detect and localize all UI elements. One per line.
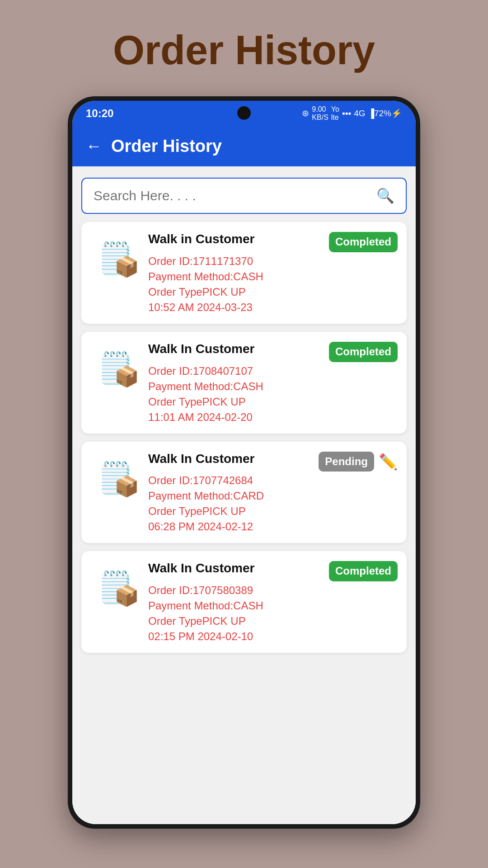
customer-name-3: Walk In Customer xyxy=(148,561,254,576)
order-datetime-2: 06:28 PM 2024-02-12 xyxy=(148,520,398,533)
order-id-3: Order ID:1707580389 xyxy=(148,584,398,597)
page-title: Order History xyxy=(113,27,375,74)
status-time: 10:20 xyxy=(86,107,113,120)
order-type-0: Order TypePICK UP xyxy=(148,286,398,298)
order-details-1: Walk In Customer Completed Order ID:1708… xyxy=(148,342,398,424)
battery-icon: ▐72%⚡ xyxy=(368,108,403,118)
app-header: ← Order History xyxy=(72,126,416,166)
payment-method-0: Payment Method:CASH xyxy=(148,270,398,283)
search-bar[interactable]: 🔍 xyxy=(81,178,407,214)
customer-name-0: Walk in Customer xyxy=(148,232,254,246)
search-input[interactable] xyxy=(94,188,370,203)
order-type-1: Order TypePICK UP xyxy=(148,396,398,408)
order-details-0: Walk in Customer Completed Order ID:1711… xyxy=(148,232,398,314)
status-badge-1: Completed xyxy=(329,342,398,362)
network-4g: 4G xyxy=(354,108,365,118)
payment-method-3: Payment Method:CASH xyxy=(148,599,398,612)
camera-notch xyxy=(237,106,251,120)
order-card-2[interactable]: 🗒️ 📦 Walk In Customer Pending ✏️ Order I… xyxy=(81,442,407,543)
header-title: Order History xyxy=(111,137,222,156)
order-icon-2: 🗒️ 📦 xyxy=(90,452,140,501)
order-id-2: Order ID:1707742684 xyxy=(148,474,398,487)
customer-name-1: Walk In Customer xyxy=(148,342,254,356)
bluetooth-icon: ⊛ xyxy=(302,108,309,118)
order-details-2: Walk In Customer Pending ✏️ Order ID:170… xyxy=(148,452,398,533)
order-type-2: Order TypePICK UP xyxy=(148,505,398,518)
order-card-1[interactable]: 🗒️ 📦 Walk In Customer Completed Order ID… xyxy=(81,332,407,434)
order-icon-3: 🗒️ 📦 xyxy=(90,561,140,611)
order-icon-1: 🗒️ 📦 xyxy=(90,342,140,392)
order-card-3[interactable]: 🗒️ 📦 Walk In Customer Completed Order ID… xyxy=(81,551,407,653)
status-badge-3: Completed xyxy=(329,561,398,581)
status-badge-2: Pending xyxy=(319,452,374,472)
edit-icon-2[interactable]: ✏️ xyxy=(379,453,398,471)
search-icon: 🔍 xyxy=(376,187,394,204)
order-id-1: Order ID:1708407107 xyxy=(148,365,398,377)
carrier-icon: Yolte xyxy=(331,105,339,122)
payment-method-1: Payment Method:CASH xyxy=(148,380,398,393)
order-datetime-0: 10:52 AM 2024-03-23 xyxy=(148,301,398,314)
customer-name-2: Walk In Customer xyxy=(148,452,254,466)
status-badge-0: Completed xyxy=(329,232,398,252)
data-speed: 9.00KB/S xyxy=(312,105,328,122)
order-datetime-1: 11:01 AM 2024-02-20 xyxy=(148,411,398,424)
status-icons: ⊛ 9.00KB/S Yolte ▪▪▪ 4G ▐72%⚡ xyxy=(302,105,402,122)
back-button[interactable]: ← xyxy=(86,137,102,156)
order-details-3: Walk In Customer Completed Order ID:1707… xyxy=(148,561,398,643)
phone-frame: 10:20 ⊛ 9.00KB/S Yolte ▪▪▪ 4G ▐72%⚡ ← Or… xyxy=(68,96,420,829)
signal-icon: ▪▪▪ xyxy=(342,108,351,118)
app-content: 🔍 🗒️ 📦 Walk in Customer Completed Order … xyxy=(72,166,416,824)
order-card-0[interactable]: 🗒️ 📦 Walk in Customer Completed Order ID… xyxy=(81,222,407,324)
order-icon-0: 🗒️ 📦 xyxy=(90,232,140,282)
order-datetime-3: 02:15 PM 2024-02-10 xyxy=(148,630,398,643)
payment-method-2: Payment Method:CARD xyxy=(148,490,398,502)
order-id-0: Order ID:1711171370 xyxy=(148,255,398,268)
order-type-3: Order TypePICK UP xyxy=(148,615,398,627)
